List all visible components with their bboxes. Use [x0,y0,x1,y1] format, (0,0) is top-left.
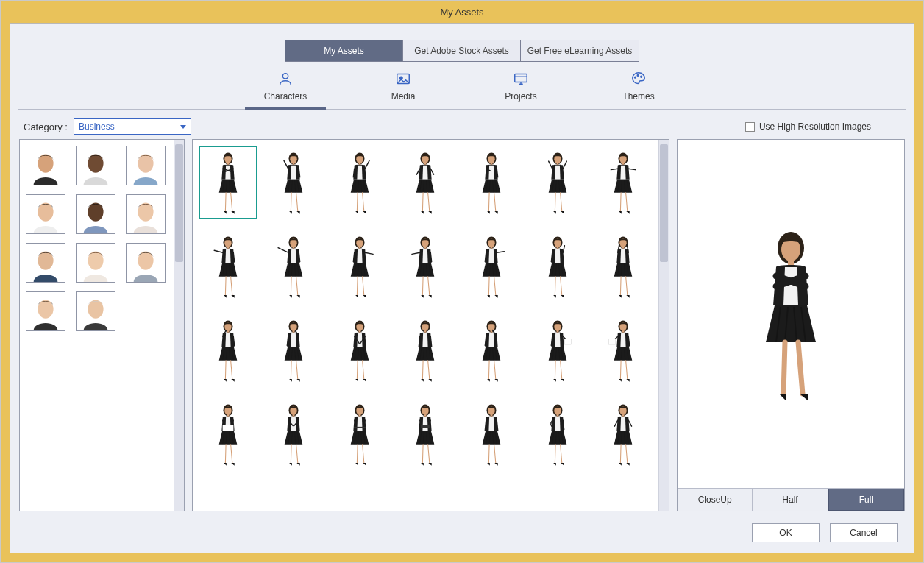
pose-thumbnail[interactable] [199,314,257,387]
svg-rect-103 [293,414,295,417]
panes: CloseUpHalfFull [10,139,914,516]
svg-rect-123 [788,260,794,266]
svg-rect-106 [358,414,360,417]
pose-thumbnail[interactable] [594,314,653,387]
character-list-pane [19,139,185,511]
pose-thumbnail[interactable] [594,146,653,219]
svg-point-0 [282,74,288,79]
pose-thumbnail[interactable] [397,146,455,219]
pose-thumbnail[interactable] [265,314,324,387]
view-tab-closeup[interactable]: CloseUp [678,489,753,511]
character-headshot[interactable] [126,243,166,283]
view-tabs: CloseUpHalfFull [678,488,904,511]
hires-checkbox[interactable]: Use High Resolution Images [745,121,871,132]
svg-rect-114 [491,414,493,417]
svg-rect-92 [564,339,571,344]
scrollbar[interactable] [174,140,184,511]
character-headshot[interactable] [76,194,115,234]
svg-rect-52 [622,163,625,165]
svg-rect-61 [358,247,360,249]
pose-thumbnail[interactable] [528,230,587,303]
top-tabs: My AssetsGet Adobe Stock AssetsGet Free … [285,40,639,62]
hires-label: Use High Resolution Images [759,121,871,132]
svg-rect-110 [424,414,427,417]
pose-thumbnail[interactable] [265,397,324,471]
window-titlebar: My Assets [1,1,923,23]
pose-thumbnail[interactable] [397,314,455,387]
svg-rect-64 [424,247,427,249]
pose-thumbnail[interactable] [265,146,324,219]
svg-rect-111 [422,425,430,428]
category-value: Business [79,121,115,132]
my-assets-window: My Assets My AssetsGet Adobe Stock Asset… [0,0,924,563]
svg-rect-73 [622,247,625,249]
character-headshot[interactable] [126,146,166,185]
pose-thumbnail[interactable] [397,230,455,303]
pose-thumbnail[interactable] [528,314,587,387]
category-select[interactable]: Business [74,118,191,135]
pose-thumbnail[interactable] [199,397,257,471]
top-tab-get-adobe-stock-assets[interactable]: Get Adobe Stock Assets [403,40,521,61]
svg-rect-91 [556,330,558,333]
pose-thumbnail[interactable] [594,230,653,303]
svg-point-7 [635,77,636,78]
pose-grid [199,146,653,471]
pose-thumbnail[interactable] [330,397,389,471]
filter-row: Category : Business Use High Resolution … [10,110,914,139]
svg-point-8 [637,75,639,77]
svg-rect-76 [227,330,229,333]
pose-thumbnail[interactable] [397,397,455,471]
character-headshot[interactable] [126,194,166,234]
pose-thumbnail[interactable] [330,146,389,219]
character-headshot[interactable] [76,291,115,331]
character-head-grid [26,146,168,331]
footer: OK Cancel [10,516,914,553]
character-headshot[interactable] [26,243,65,283]
sub-nav-projects[interactable]: Projects [484,71,558,109]
chevron-down-icon [180,125,186,129]
top-tab-get-free-elearning-assets[interactable]: Get Free eLearning Assets [521,40,639,61]
sub-nav-media[interactable]: Media [366,71,440,109]
ok-label: OK [779,528,792,538]
svg-rect-117 [556,414,558,417]
scrollbar[interactable] [658,140,669,511]
svg-rect-85 [424,330,427,333]
checkbox-icon [745,122,755,132]
pose-thumbnail[interactable] [199,146,257,219]
view-tab-half[interactable]: Half [753,489,828,511]
character-headshot[interactable] [76,243,115,283]
pose-thumbnail[interactable] [330,230,389,303]
pose-thumbnail[interactable] [528,397,587,471]
svg-rect-82 [358,330,360,333]
window-title: My Assets [440,7,483,18]
svg-point-9 [641,76,642,77]
svg-rect-79 [293,330,295,333]
scrollbar-thumb[interactable] [175,144,183,262]
character-headshot[interactable] [76,146,115,185]
pose-thumbnail[interactable] [462,146,521,219]
preview-pane: CloseUpHalfFull [677,139,905,511]
pose-thumbnail[interactable] [594,397,653,471]
pose-thumbnail[interactable] [462,314,521,387]
character-headshot[interactable] [26,146,65,185]
pose-thumbnail[interactable] [528,146,587,219]
pose-thumbnail[interactable] [265,230,324,303]
scrollbar-thumb[interactable] [660,144,668,262]
view-tab-full[interactable]: Full [828,489,904,511]
pose-thumbnail[interactable] [199,230,257,303]
pose-thumbnail[interactable] [462,230,521,303]
pose-thumbnail[interactable] [330,314,389,387]
svg-rect-99 [227,414,229,417]
top-area: My AssetsGet Adobe Stock AssetsGet Free … [10,24,914,109]
svg-rect-37 [293,163,295,165]
ok-button[interactable]: OK [752,523,820,542]
svg-rect-34 [227,163,229,165]
sub-nav-characters[interactable]: Characters [249,71,322,109]
top-tab-my-assets[interactable]: My Assets [285,40,403,61]
pose-thumbnail[interactable] [462,397,521,471]
sub-nav-themes[interactable]: Themes [602,71,675,109]
cancel-label: Cancel [850,528,877,538]
character-headshot[interactable] [26,194,65,234]
cancel-button[interactable]: Cancel [830,523,898,542]
character-headshot[interactable] [26,291,65,331]
